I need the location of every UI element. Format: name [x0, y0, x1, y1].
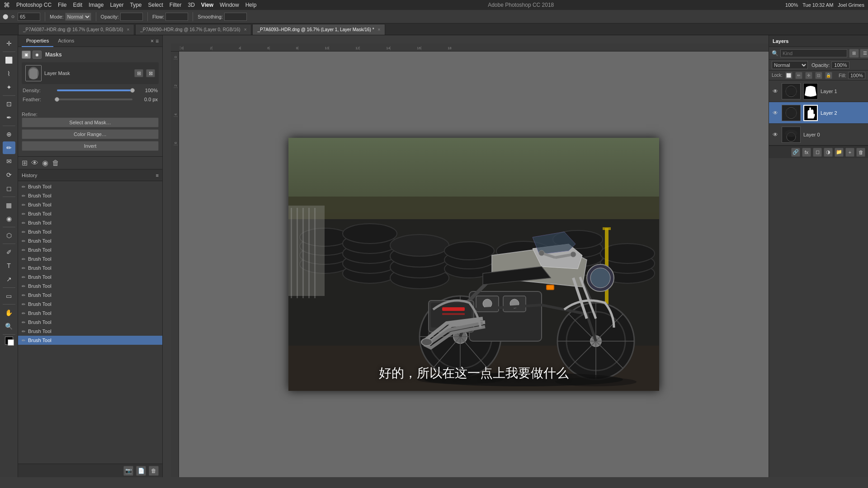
color-range-button[interactable]: Color Range… — [22, 129, 159, 139]
menu-3d[interactable]: 3D — [188, 2, 195, 8]
history-item-5[interactable]: ✏Brush Tool — [18, 227, 162, 236]
zoom-tool[interactable]: 🔍 — [3, 320, 15, 333]
layer-link-btn[interactable]: 🔗 — [791, 148, 800, 157]
lock-all-btn[interactable]: 🔒 — [825, 72, 832, 79]
magic-wand-tool[interactable]: ✦ — [3, 81, 15, 94]
tab-3[interactable]: _P7A6093–HDR.dng @ 16.7% (Layer 1, Layer… — [252, 24, 385, 35]
flow-input[interactable]: 100% — [165, 13, 188, 21]
blur-tool[interactable]: ◉ — [3, 212, 15, 225]
layers-filter-input[interactable] — [780, 49, 847, 57]
pixel-mask-icon[interactable]: ▣ — [22, 51, 31, 59]
eyedropper-tool[interactable]: ✒ — [3, 111, 15, 124]
history-item-1[interactable]: ✏Brush Tool — [18, 191, 162, 200]
mask-apply-btn[interactable]: ⊞ — [134, 69, 143, 77]
brush-size-control[interactable]: ⬤ ⚬ — [3, 12, 40, 22]
create-document-btn[interactable]: 📄 — [136, 466, 146, 476]
hand-tool[interactable]: ✋ — [3, 306, 15, 319]
menu-filter[interactable]: Filter — [170, 2, 182, 8]
apple-menu[interactable]: ⌘ — [4, 1, 10, 9]
feather-handle[interactable] — [55, 97, 59, 102]
lock-position-btn[interactable]: ✛ — [805, 72, 812, 79]
marquee-tool[interactable]: ⬜ — [3, 54, 15, 66]
lasso-tool[interactable]: ⌇ — [3, 67, 15, 80]
select-mask-button[interactable]: Select and Mask… — [22, 117, 159, 127]
lock-image-btn[interactable]: ✏ — [795, 72, 802, 79]
path-selection-tool[interactable]: ↗ — [3, 273, 15, 286]
view-2-icon[interactable]: ◉ — [42, 159, 48, 167]
history-menu-icon[interactable]: ≡ — [156, 173, 159, 178]
feather-slider[interactable] — [57, 99, 132, 100]
layer-new-btn[interactable]: + — [845, 148, 854, 157]
layer-adjustment-btn[interactable]: ◑ — [824, 148, 833, 157]
lock-transparent-btn[interactable]: ⬜ — [785, 72, 793, 79]
brush-size-input[interactable] — [18, 13, 40, 21]
tab-3-close[interactable]: × — [378, 27, 381, 32]
menu-type[interactable]: Type — [130, 2, 142, 8]
actions-tab[interactable]: Actions — [53, 35, 79, 47]
layer-item-layer2[interactable]: 👁 Layer 2 — [769, 102, 868, 124]
history-brush-tool[interactable]: ⟳ — [3, 169, 15, 181]
menu-select[interactable]: Select — [148, 2, 163, 8]
history-item-4[interactable]: ✏Brush Tool — [18, 218, 162, 227]
mask-options-btn[interactable]: ⊠ — [146, 69, 155, 77]
blend-mode-select[interactable]: Normal Multiply Screen — [772, 61, 808, 69]
menu-file[interactable]: File — [58, 2, 66, 8]
opacity-input[interactable]: 8% — [120, 13, 143, 21]
properties-tab[interactable]: Properties — [22, 35, 53, 47]
view-icon[interactable]: 👁 — [31, 159, 38, 167]
history-item-7[interactable]: ✏Brush Tool — [18, 245, 162, 254]
brush-tool[interactable]: ✏ — [3, 141, 15, 154]
clone-stamp-tool[interactable]: ✉ — [3, 155, 15, 168]
menu-image[interactable]: Image — [89, 2, 104, 8]
density-handle[interactable] — [130, 88, 135, 93]
move-tool[interactable]: ✛ — [3, 37, 15, 50]
menu-help[interactable]: Help — [245, 2, 257, 8]
rectangle-tool[interactable]: ▭ — [3, 290, 15, 302]
delete-mask-icon[interactable]: 🗑 — [52, 159, 59, 167]
healing-brush-tool[interactable]: ⊕ — [3, 128, 15, 141]
fill-input[interactable] — [848, 72, 865, 79]
history-item-2[interactable]: ✏Brush Tool — [18, 200, 162, 209]
type-tool[interactable]: T — [3, 259, 15, 272]
history-item-10[interactable]: ✏Brush Tool — [18, 272, 162, 282]
lock-artboard-btn[interactable]: ⊡ — [815, 72, 822, 79]
new-snapshot-btn[interactable]: 📷 — [123, 466, 133, 476]
layers-list-view-btn[interactable]: ☰ — [860, 49, 868, 58]
history-item-3[interactable]: ✏Brush Tool — [18, 209, 162, 218]
history-item-12[interactable]: ✏Brush Tool — [18, 291, 162, 300]
layer-item-layer1[interactable]: 👁 Layer 1 — [769, 80, 868, 102]
history-item-0[interactable]: ✏Brush Tool — [18, 182, 162, 191]
layers-icon-view-btn[interactable]: ⊞ — [849, 49, 859, 58]
tab-2-close[interactable]: × — [244, 27, 247, 32]
gradient-tool[interactable]: ▦ — [3, 199, 15, 211]
history-item-11[interactable]: ✏Brush Tool — [18, 282, 162, 291]
foreground-color[interactable] — [5, 337, 13, 345]
menu-view[interactable]: View — [201, 2, 213, 8]
panel-menu-icon[interactable]: ≡ — [156, 38, 159, 44]
ps-app-name[interactable]: Photoshop CC — [16, 2, 52, 8]
layer0-visibility-btn[interactable]: 👁 — [772, 131, 779, 138]
smoothing-input[interactable]: 10% — [224, 13, 247, 21]
tab-1-close[interactable]: × — [127, 27, 129, 32]
density-slider[interactable] — [57, 89, 132, 91]
history-item-9[interactable]: ✏Brush Tool — [18, 263, 162, 272]
vector-mask-icon[interactable]: ◉ — [33, 51, 42, 59]
history-item-6[interactable]: ✏Brush Tool — [18, 236, 162, 245]
panel-close-icon[interactable]: × — [151, 38, 154, 44]
menu-window[interactable]: Window — [220, 2, 239, 8]
layer-group-btn[interactable]: 📁 — [835, 148, 844, 157]
mode-select[interactable]: Normal — [65, 13, 91, 21]
tab-1[interactable]: _P7A6087–HDR.dng @ 16.7% (Layer 0, RGB/1… — [18, 24, 134, 35]
history-item-13[interactable]: ✏Brush Tool — [18, 300, 162, 309]
pen-tool[interactable]: ✐ — [3, 246, 15, 258]
layer1-visibility-btn[interactable]: 👁 — [772, 88, 779, 95]
history-item-15[interactable]: ✏Brush Tool — [18, 318, 162, 327]
eraser-tool[interactable]: ◻ — [3, 182, 15, 195]
menu-edit[interactable]: Edit — [73, 2, 82, 8]
layer-item-layer0[interactable]: 👁 Layer 0 — [769, 124, 868, 145]
invert-button[interactable]: Invert — [22, 141, 159, 151]
canvas-image[interactable]: 好的，所以在这一点上我要做什么 — [288, 138, 659, 391]
opacity-input[interactable] — [831, 61, 849, 69]
history-item-17[interactable]: ✏Brush Tool — [18, 336, 162, 345]
history-item-16[interactable]: ✏Brush Tool — [18, 327, 162, 336]
